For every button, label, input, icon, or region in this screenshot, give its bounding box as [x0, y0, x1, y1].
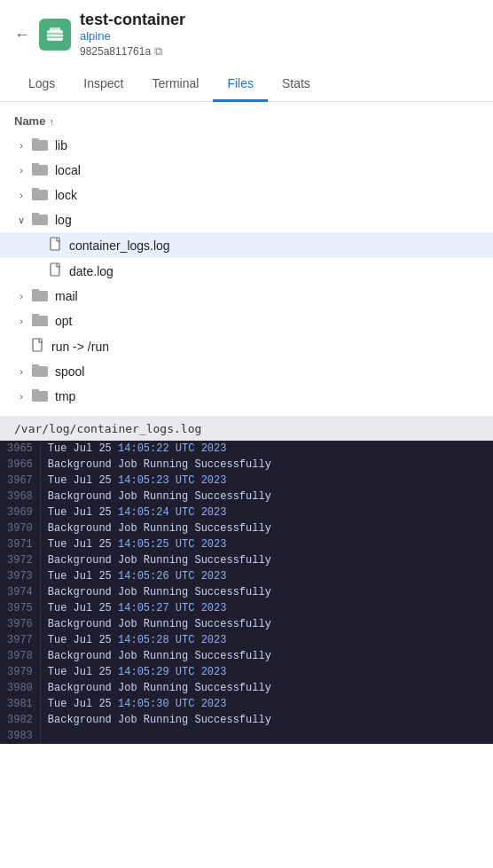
- tab-inspect[interactable]: Inspect: [69, 67, 137, 102]
- log-text: Tue Jul 25 14:05:23 UTC 2023: [41, 473, 234, 489]
- folder-closed-icon: [32, 388, 48, 404]
- tree-items-container: › lib› local› lock∨ log container_logs.l…: [0, 133, 493, 409]
- header: ← test-container alpine 9825a811761a ⧉: [0, 0, 493, 62]
- tree-sort-header[interactable]: Name ↑: [0, 109, 493, 133]
- container-id-text: 9825a811761a: [80, 45, 151, 58]
- item-name: spool: [55, 364, 84, 379]
- log-number: 3979: [0, 664, 41, 680]
- tree-item[interactable]: › tmp: [0, 384, 493, 409]
- chevron-icon: ›: [14, 366, 28, 377]
- log-text: Tue Jul 25 14:05:29 UTC 2023: [41, 664, 234, 680]
- log-line: 3970Background Job Running Successfully: [0, 520, 493, 536]
- item-name: log: [55, 213, 72, 227]
- container-icon: [39, 19, 71, 51]
- log-number: 3980: [0, 680, 41, 696]
- log-line: 3977Tue Jul 25 14:05:28 UTC 2023: [0, 632, 493, 648]
- log-number: 3972: [0, 552, 41, 568]
- item-name: local: [55, 163, 81, 177]
- log-number: 3978: [0, 648, 41, 664]
- tree-item[interactable]: › spool: [0, 359, 493, 384]
- log-number: 3966: [0, 457, 41, 473]
- log-number: 3983: [0, 728, 41, 744]
- log-line: 3979Tue Jul 25 14:05:29 UTC 2023: [0, 664, 493, 680]
- tree-item[interactable]: ∨ log: [0, 207, 493, 232]
- log-text: Background Job Running Successfully: [41, 712, 278, 728]
- item-name: container_logs.log: [69, 239, 170, 253]
- log-number: 3982: [0, 712, 41, 728]
- back-button[interactable]: ←: [14, 26, 30, 44]
- log-line: 3965Tue Jul 25 14:05:22 UTC 2023: [0, 441, 493, 457]
- log-text: Background Job Running Successfully: [41, 552, 278, 568]
- log-text: Background Job Running Successfully: [41, 680, 278, 696]
- svg-rect-18: [33, 339, 42, 351]
- log-content[interactable]: 3965Tue Jul 25 14:05:22 UTC 20233966Back…: [0, 441, 493, 744]
- chevron-icon: ›: [14, 190, 28, 200]
- tab-terminal[interactable]: Terminal: [138, 67, 214, 102]
- folder-open-icon: [32, 212, 48, 228]
- chevron-icon: ∨: [14, 215, 28, 226]
- chevron-icon: ›: [14, 316, 28, 326]
- tree-item[interactable]: › opt: [0, 309, 493, 333]
- log-line: 3968Background Job Running Successfully: [0, 489, 493, 504]
- svg-rect-12: [51, 238, 59, 250]
- tab-logs[interactable]: Logs: [14, 67, 69, 102]
- file-tree: Name ↑ › lib› local› lock∨ log container…: [0, 102, 493, 417]
- file-path-bar: /var/log/container_logs.log: [0, 417, 493, 441]
- svg-rect-5: [32, 138, 39, 142]
- log-line: 3981Tue Jul 25 14:05:30 UTC 2023: [0, 696, 493, 712]
- tabs-bar: Logs Inspect Terminal Files Stats: [0, 67, 493, 102]
- log-line: 3975Tue Jul 25 14:05:27 UTC 2023: [0, 600, 493, 616]
- log-text: Background Job Running Successfully: [41, 616, 278, 632]
- log-number: 3967: [0, 473, 41, 489]
- tree-item[interactable]: date.log: [0, 258, 493, 284]
- log-line: 3978Background Job Running Successfully: [0, 648, 493, 664]
- tab-stats[interactable]: Stats: [268, 67, 325, 102]
- folder-closed-icon: [32, 162, 48, 178]
- tree-item[interactable]: run -> /run: [0, 333, 493, 359]
- log-line: 3973Tue Jul 25 14:05:26 UTC 2023: [0, 568, 493, 584]
- log-line: 3976Background Job Running Successfully: [0, 616, 493, 632]
- log-text: Background Job Running Successfully: [41, 520, 278, 536]
- container-link[interactable]: alpine: [80, 29, 185, 43]
- folder-closed-icon: [32, 364, 48, 379]
- log-line: 3983: [0, 728, 493, 744]
- log-text: Tue Jul 25 14:05:26 UTC 2023: [41, 568, 234, 584]
- log-line: 3972Background Job Running Successfully: [0, 552, 493, 568]
- svg-rect-13: [51, 263, 59, 276]
- log-number: 3969: [0, 504, 41, 520]
- log-number: 3977: [0, 632, 41, 648]
- log-text: Tue Jul 25 14:05:22 UTC 2023: [41, 441, 234, 457]
- log-text: Tue Jul 25 14:05:25 UTC 2023: [41, 536, 234, 552]
- container-id-row: 9825a811761a ⧉: [80, 44, 185, 59]
- log-text: Background Job Running Successfully: [41, 489, 278, 504]
- copy-icon[interactable]: ⧉: [154, 44, 162, 59]
- tab-files[interactable]: Files: [213, 67, 268, 102]
- log-text: [41, 728, 55, 744]
- tree-item[interactable]: › mail: [0, 284, 493, 309]
- file-icon: [50, 262, 62, 279]
- log-number: 3973: [0, 568, 41, 584]
- container-name: test-container: [80, 11, 185, 29]
- tree-item[interactable]: › lock: [0, 183, 493, 207]
- log-number: 3981: [0, 696, 41, 712]
- log-number: 3974: [0, 584, 41, 600]
- log-text: Tue Jul 25 14:05:30 UTC 2023: [41, 696, 234, 712]
- log-number: 3976: [0, 616, 41, 632]
- tree-item[interactable]: › lib: [0, 133, 493, 158]
- item-name: tmp: [55, 389, 75, 403]
- chevron-icon: ›: [14, 165, 28, 176]
- log-line: 3971Tue Jul 25 14:05:25 UTC 2023: [0, 536, 493, 552]
- log-line: 3967Tue Jul 25 14:05:23 UTC 2023: [0, 473, 493, 489]
- log-text: Tue Jul 25 14:05:28 UTC 2023: [41, 632, 234, 648]
- sort-label: Name: [14, 114, 45, 128]
- folder-closed-icon: [32, 137, 48, 153]
- svg-rect-22: [32, 389, 39, 393]
- item-name: mail: [55, 289, 78, 303]
- item-name: lock: [55, 188, 77, 202]
- sort-icon: ↑: [49, 116, 54, 127]
- folder-closed-icon: [32, 187, 48, 203]
- svg-rect-9: [32, 188, 39, 192]
- file-icon: [32, 338, 44, 355]
- tree-item[interactable]: container_logs.log: [0, 232, 493, 258]
- tree-item[interactable]: › local: [0, 158, 493, 183]
